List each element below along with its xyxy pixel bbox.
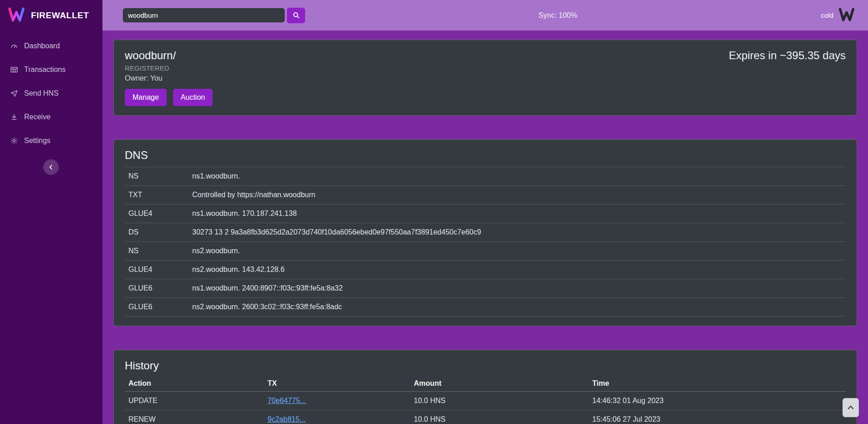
dns-record-type: GLUE6 — [128, 303, 192, 311]
gauge-icon — [10, 42, 18, 50]
dns-record-value: Controlled by https://nathan.woodburn — [192, 191, 842, 199]
sidebar-item-label: Send HNS — [24, 89, 59, 97]
dns-record-type: NS — [128, 247, 192, 255]
send-icon — [10, 89, 18, 97]
dns-card: DNS NS ns1.woodburn. TXT Controlled by h… — [113, 139, 857, 327]
search-icon — [292, 11, 301, 20]
history-col-tx: TX — [268, 379, 414, 388]
domain-expiry: Expires in ~395.35 days — [729, 49, 846, 62]
main-content: woodburn/ REGISTERED Owner: You Manage A… — [102, 31, 868, 424]
sync-status: Sync: 100% — [538, 11, 577, 20]
history-amount: 10.0 HNS — [414, 397, 592, 405]
dns-record-row: GLUE4 ns2.woodburn. 143.42.128.6 — [125, 261, 846, 279]
history-amount: 10.0 HNS — [414, 415, 592, 424]
history-header-row: Action TX Amount Time — [125, 376, 846, 392]
history-title: History — [125, 359, 846, 372]
wallet-name: cold — [821, 11, 833, 19]
caret-up-icon — [846, 403, 855, 412]
dns-record-type: TXT — [128, 191, 192, 199]
domain-actions: Manage Auction — [125, 89, 846, 106]
domain-owner: Owner: You — [125, 74, 846, 82]
history-row: UPDATE 70e64775... 10.0 HNS 14:46:32 01 … — [125, 392, 846, 410]
sidebar-item-label: Transactions — [24, 66, 66, 74]
dns-table: NS ns1.woodburn. TXT Controlled by https… — [125, 167, 846, 317]
sidebar-item-transactions[interactable]: Transactions — [0, 58, 102, 82]
history-table: Action TX Amount Time UPDATE 70e64775...… — [125, 376, 846, 424]
domain-card: woodburn/ REGISTERED Owner: You Manage A… — [113, 40, 857, 116]
wallet-switcher[interactable]: cold — [821, 6, 855, 25]
sidebar: FIREWALLET Dashboard Transactions Send H… — [0, 0, 102, 424]
brand[interactable]: FIREWALLET — [0, 0, 102, 31]
history-col-action: Action — [128, 379, 268, 388]
brand-name: FIREWALLET — [31, 10, 89, 20]
firewallet-logo-icon — [7, 5, 26, 26]
dns-record-row: TXT Controlled by https://nathan.woodbur… — [125, 186, 846, 204]
scroll-to-top-button[interactable] — [842, 398, 859, 417]
dns-record-value: ns2.woodburn. — [192, 247, 842, 255]
dns-record-type: GLUE6 — [128, 284, 192, 292]
dns-record-row: NS ns2.woodburn. — [125, 242, 846, 261]
gear-icon — [10, 137, 18, 145]
dns-record-row: NS ns1.woodburn. — [125, 167, 846, 186]
dns-record-type: GLUE4 — [128, 209, 192, 218]
dns-record-value: 30273 13 2 9a3a8fb3d625d2a2073d740f10da6… — [192, 228, 842, 236]
dns-record-value: ns2.woodburn. 143.42.128.6 — [192, 266, 842, 274]
dns-record-row: DS 30273 13 2 9a3a8fb3d625d2a2073d740f10… — [125, 223, 846, 242]
dns-record-value: ns1.woodburn. 2400:8907::f03c:93ff:fe5a:… — [192, 284, 842, 292]
sidebar-item-label: Settings — [24, 137, 51, 145]
dns-title: DNS — [125, 149, 846, 162]
dns-record-value: ns2.woodburn. 2600:3c02::f03c:93ff:fe5a:… — [192, 303, 842, 311]
sidebar-collapse-button[interactable] — [43, 159, 59, 175]
wallet-logo-icon — [838, 6, 855, 25]
dns-record-row: GLUE4 ns1.woodburn. 170.187.241.138 — [125, 204, 846, 223]
dns-record-type: GLUE4 — [128, 266, 192, 274]
history-time: 15:45:06 27 Jul 2023 — [592, 415, 842, 424]
receive-icon — [10, 113, 18, 121]
sidebar-item-send-hns[interactable]: Send HNS — [0, 82, 102, 105]
history-col-time: Time — [592, 379, 842, 388]
domain-status: REGISTERED — [125, 64, 846, 72]
topbar: Sync: 100% cold — [102, 0, 868, 31]
history-card: History Action TX Amount Time UPDATE 70e… — [113, 350, 857, 424]
tx-link[interactable]: 70e64775... — [268, 397, 306, 404]
history-action: UPDATE — [128, 397, 268, 405]
dns-record-value: ns1.woodburn. — [192, 172, 842, 180]
search-button[interactable] — [287, 8, 305, 23]
tx-link[interactable]: 9c2ab815... — [268, 415, 306, 423]
search-bar — [123, 8, 305, 23]
sidebar-item-label: Receive — [24, 113, 51, 121]
manage-button[interactable]: Manage — [125, 89, 167, 106]
sidebar-item-label: Dashboard — [24, 42, 60, 50]
dns-record-row: GLUE6 ns2.woodburn. 2600:3c02::f03c:93ff… — [125, 298, 846, 317]
table-icon — [10, 66, 18, 74]
dns-record-row: GLUE6 ns1.woodburn. 2400:8907::f03c:93ff… — [125, 279, 846, 298]
history-row: RENEW 9c2ab815... 10.0 HNS 15:45:06 27 J… — [125, 410, 846, 424]
dns-record-type: DS — [128, 228, 192, 236]
auction-button[interactable]: Auction — [173, 89, 213, 106]
history-action: RENEW — [128, 415, 268, 424]
sidebar-item-receive[interactable]: Receive — [0, 105, 102, 129]
chevron-left-icon — [46, 163, 56, 172]
dns-record-value: ns1.woodburn. 170.187.241.138 — [192, 209, 842, 218]
sidebar-nav: Dashboard Transactions Send HNS Receiv — [0, 34, 102, 153]
sidebar-item-settings[interactable]: Settings — [0, 129, 102, 153]
search-input[interactable] — [123, 8, 285, 22]
dns-record-type: NS — [128, 172, 192, 180]
history-col-amount: Amount — [414, 379, 592, 388]
sidebar-item-dashboard[interactable]: Dashboard — [0, 34, 102, 58]
history-time: 14:46:32 01 Aug 2023 — [592, 397, 842, 405]
